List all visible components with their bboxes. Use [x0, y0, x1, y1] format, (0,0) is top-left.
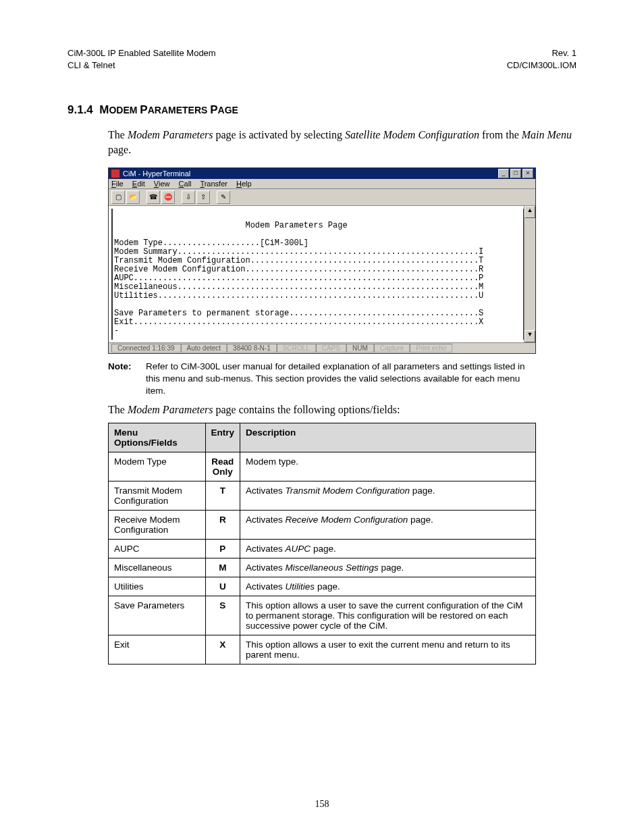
status-num: NUM: [346, 344, 374, 353]
header-right: Rev. 1 CD/CIM300L.IOM: [507, 47, 576, 71]
section-number: 9.1.4: [68, 103, 93, 116]
scrollbar[interactable]: ▲ ▼: [524, 206, 535, 342]
maximize-button[interactable]: □: [510, 169, 521, 178]
page-number: 158: [0, 799, 644, 810]
desc-pre: This option allows a user to exit the cu…: [246, 640, 510, 660]
options-table: Menu Options/Fields Entry Description Mo…: [108, 423, 536, 664]
table-row: AUPCPActivates AUPC page.: [109, 540, 536, 558]
menu-edit[interactable]: Edit: [132, 180, 145, 188]
cell-entry: U: [205, 577, 240, 596]
cell-entry: M: [205, 558, 240, 577]
table-row: Modem TypeRead OnlyModem type.: [109, 452, 536, 481]
status-baud: 38400 8-N-1: [227, 344, 277, 353]
toolbar-new-icon[interactable]: ▢: [111, 190, 125, 204]
note-block: Note: Refer to CiM-300L user manual for …: [108, 361, 536, 398]
cell-field: Receive Modem Configuration: [109, 511, 206, 540]
cell-desc: Activates AUPC page.: [240, 540, 536, 558]
desc-pre: Modem type.: [246, 457, 298, 467]
note-text: Refer to CiM-300L user manual for detail…: [146, 361, 536, 398]
ip6: Main Menu: [522, 129, 572, 140]
status-scroll: SCROLL: [277, 344, 316, 353]
toolbar-sep3: [211, 190, 215, 204]
th-field: Menu Options/Fields: [109, 423, 206, 452]
status-detect: Auto detect: [181, 344, 227, 353]
document-page: CiM-300L IP Enabled Satellite Modem CLI …: [0, 0, 644, 834]
t5: P: [210, 103, 217, 116]
section-heading: 9.1.4 MODEM PARAMETERS PAGE: [68, 103, 576, 117]
status-capture: Capture: [374, 344, 410, 353]
desc-pre: This option allows a user to save the cu…: [246, 600, 522, 631]
scroll-down-icon[interactable]: ▼: [525, 330, 535, 342]
table-header-row: Menu Options/Fields Entry Description: [109, 423, 536, 452]
t4: ARAMETERS: [148, 105, 211, 115]
table-row: UtilitiesUActivates Utilities page.: [109, 577, 536, 596]
scroll-up-icon[interactable]: ▲: [525, 206, 535, 218]
header-right-l1: Rev. 1: [552, 48, 576, 58]
menu-transfer[interactable]: Transfer: [200, 180, 227, 188]
ip7: page.: [108, 144, 131, 155]
cell-desc: This option allows a user to save the cu…: [240, 596, 536, 635]
window-title: CiM - HyperTerminal: [123, 170, 190, 178]
body-line: The Modem Parameters page contains the f…: [108, 404, 576, 416]
toolbar-receive-icon[interactable]: ⇧: [196, 190, 210, 204]
cell-entry: P: [205, 540, 240, 558]
table-row: Receive Modem ConfigurationRActivates Re…: [109, 511, 536, 540]
section-title: MODEM PARAMETERS PAGE: [99, 103, 238, 116]
menu-file[interactable]: File: [111, 180, 124, 188]
ip5: from the: [479, 129, 522, 140]
menu-help[interactable]: Help: [236, 180, 252, 188]
status-caps: CAPS: [316, 344, 346, 353]
desc-ital: Transmit Modem Configuration: [286, 486, 410, 496]
desc-ital: Miscellaneous Settings: [286, 563, 379, 573]
terminal-content: Modem Parameters Page Modem Type........…: [111, 209, 524, 339]
header-right-l2: CD/CIM300L.IOM: [507, 60, 576, 70]
cell-entry: S: [205, 596, 240, 635]
desc-pre: Activates: [246, 486, 286, 496]
cell-desc: Activates Receive Modem Configuration pa…: [240, 511, 536, 540]
cell-entry: Read Only: [205, 452, 240, 481]
ip1: The: [108, 129, 128, 140]
scroll-track[interactable]: [525, 218, 535, 330]
toolbar-connect-icon[interactable]: ☎: [146, 190, 160, 204]
cell-field: Exit: [109, 635, 206, 664]
t3: P: [140, 103, 147, 116]
header-left-l2: CLI & Telnet: [68, 60, 115, 70]
desc-post: page.: [408, 515, 433, 525]
cell-entry: R: [205, 511, 240, 540]
cell-desc: Activates Transmit Modem Configuration p…: [240, 481, 536, 511]
bl3: page contains the following options/fiel…: [213, 404, 400, 415]
page-header: CiM-300L IP Enabled Satellite Modem CLI …: [68, 47, 576, 71]
table-row: MiscellaneousMActivates Miscellaneous Se…: [109, 558, 536, 577]
cell-desc: Activates Miscellaneous Settings page.: [240, 558, 536, 577]
cell-field: AUPC: [109, 540, 206, 558]
desc-post: page.: [311, 544, 336, 554]
toolbar: ▢ 📂 ☎ ⛔ ⇩ ⇧ ✎: [109, 189, 535, 206]
table-row: Save ParametersSThis option allows a use…: [109, 596, 536, 635]
minimize-button[interactable]: _: [498, 169, 509, 178]
toolbar-disconnect-icon[interactable]: ⛔: [161, 190, 175, 204]
table-row: Transmit Modem ConfigurationTActivates T…: [109, 481, 536, 511]
note-label: Note:: [108, 361, 146, 398]
cell-entry: X: [205, 635, 240, 664]
ip3: page is activated by selecting: [213, 129, 345, 140]
cell-field: Save Parameters: [109, 596, 206, 635]
toolbar-sep2: [176, 190, 180, 204]
menu-view[interactable]: View: [154, 180, 170, 188]
toolbar-open-icon[interactable]: 📂: [126, 190, 140, 204]
desc-ital: Utilities: [286, 581, 315, 592]
cell-desc: Activates Utilities page.: [240, 577, 536, 596]
bl1: The: [108, 404, 128, 415]
desc-post: page.: [379, 563, 404, 573]
toolbar-properties-icon[interactable]: ✎: [217, 190, 230, 204]
ip4: Satellite Modem Configuration: [345, 129, 479, 140]
desc-pre: Activates: [246, 544, 286, 554]
hyperterminal-window: CiM - HyperTerminal _ □ × File Edit View…: [108, 167, 536, 353]
header-left-l1: CiM-300L IP Enabled Satellite Modem: [68, 48, 216, 58]
toolbar-send-icon[interactable]: ⇩: [182, 190, 195, 204]
cell-field: Transmit Modem Configuration: [109, 481, 206, 511]
close-button[interactable]: ×: [522, 169, 533, 178]
menu-call[interactable]: Call: [179, 180, 192, 188]
window-titlebar: CiM - HyperTerminal _ □ ×: [109, 168, 535, 179]
toolbar-sep: [141, 190, 145, 204]
header-left: CiM-300L IP Enabled Satellite Modem CLI …: [68, 47, 216, 71]
